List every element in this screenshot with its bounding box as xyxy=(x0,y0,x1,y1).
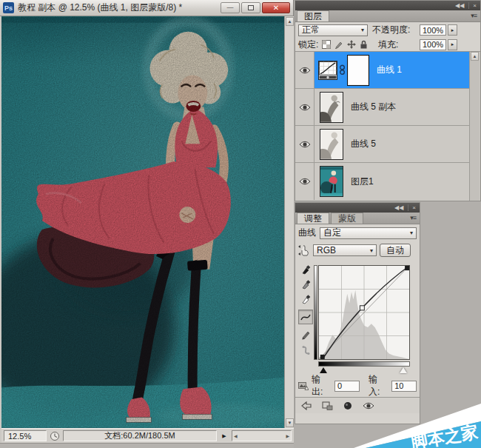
layer-thumbnail[interactable] xyxy=(320,92,343,123)
curves-grid[interactable] xyxy=(318,265,410,360)
opacity-field[interactable]: 100% xyxy=(420,24,446,36)
eye-icon xyxy=(299,178,311,185)
visibility-toggle[interactable] xyxy=(295,163,314,200)
targeted-adjustment-icon[interactable] xyxy=(297,244,310,256)
fill-field[interactable]: 100% xyxy=(420,39,446,50)
channel-row: RGB ▾ 自动 xyxy=(295,241,420,258)
expanded-view-icon[interactable] xyxy=(322,401,333,410)
layer-row-layer1[interactable]: 图层1 xyxy=(295,163,469,200)
white-point-eyedropper-icon[interactable] xyxy=(301,295,311,304)
status-options-arrow[interactable]: ▶ xyxy=(220,430,229,441)
shadow-input-slider[interactable] xyxy=(320,367,327,373)
return-to-list-icon[interactable] xyxy=(301,401,312,410)
scroll-right-icon[interactable]: ▶ xyxy=(286,433,289,438)
lock-row: 锁定: 填充: 100% ▸ xyxy=(295,38,480,52)
layer-row-curve5-copy[interactable]: 曲线 5 副本 xyxy=(295,89,469,126)
layer-name[interactable]: 图层1 xyxy=(351,175,374,188)
tab-layers[interactable]: 图层 xyxy=(297,10,329,21)
output-label: 输出: xyxy=(312,373,332,398)
layer-row-curve1[interactable]: 曲线 1 xyxy=(295,52,469,89)
horizontal-scrollbar[interactable]: ◀ ▶ xyxy=(232,430,292,441)
curve-point-highlight[interactable] xyxy=(405,266,409,270)
input-gradient-strip xyxy=(318,361,410,367)
gray-point-eyedropper-icon[interactable] xyxy=(301,280,311,290)
blend-mode-row: 正常 ▾ 不透明度: 100% ▸ xyxy=(295,22,480,38)
close-button[interactable]: ✕ xyxy=(262,2,290,13)
layer-name[interactable]: 曲线 1 xyxy=(377,64,402,76)
black-point-eyedropper-icon[interactable] xyxy=(301,265,311,275)
opacity-spin-icon[interactable]: ▸ xyxy=(448,24,457,36)
channel-select[interactable]: RGB ▾ xyxy=(313,244,377,256)
status-bar: 12.5% 文档:60.2M/180.5M ▶ ◀ ▶ xyxy=(1,428,294,443)
layers-panel-group-header: ◀◀ × xyxy=(295,1,480,10)
window-bottom-frame xyxy=(0,443,294,448)
visibility-toggle[interactable] xyxy=(295,126,314,162)
visibility-toggle[interactable] xyxy=(295,89,314,125)
panel-close-icon[interactable]: × xyxy=(408,204,416,211)
curves-adjustment-thumbnail[interactable] xyxy=(318,61,337,80)
curves-preset-select[interactable]: 自定 ▾ xyxy=(320,227,417,239)
curve-point-mid[interactable] xyxy=(360,306,364,310)
maximize-button[interactable] xyxy=(241,2,260,13)
scroll-up-icon[interactable]: ▲ xyxy=(471,52,479,61)
edit-points-tool-selected[interactable] xyxy=(298,310,313,324)
output-gradient-strip xyxy=(314,265,317,360)
eye-icon xyxy=(299,67,311,74)
pencil-tool-icon[interactable] xyxy=(300,330,311,340)
document-canvas[interactable] xyxy=(1,16,284,428)
adjustments-panel: ◀◀ × 调整 蒙版 ▾≡ 曲线 自定 ▾ RGB ▾ 自动 xyxy=(295,202,420,424)
fill-label: 填充: xyxy=(378,39,398,51)
smooth-curve-icon[interactable] xyxy=(300,345,311,355)
layers-panel: ◀◀ × 图层 ▾≡ 正常 ▾ 不透明度: 100% ▸ 锁定: 填充: xyxy=(295,0,481,201)
output-input-row: 输出: 0 输入: 10 xyxy=(295,373,420,398)
panel-menu-icon[interactable]: ▾≡ xyxy=(410,214,416,221)
chevron-down-icon: ▾ xyxy=(410,230,413,236)
panel-close-icon[interactable]: × xyxy=(468,2,477,9)
vertical-scrollbar[interactable]: ▲ ▼ xyxy=(284,16,294,428)
layer-row-curve5[interactable]: 曲线 5 xyxy=(295,126,469,163)
layer-mask-thumbnail[interactable] xyxy=(347,55,369,86)
curves-tool-column xyxy=(297,265,314,361)
document-title-bar[interactable]: Ps 教程 副本 @ 12.5% (曲线 1, 图层蒙版/8) * — ✕ xyxy=(0,0,293,16)
highlight-input-slider[interactable] xyxy=(400,367,407,373)
layer-thumbnail[interactable] xyxy=(320,129,343,160)
canvas-image xyxy=(1,16,284,428)
lock-all-icon[interactable] xyxy=(360,40,368,49)
eye-icon xyxy=(299,141,311,148)
layer-thumbnail[interactable] xyxy=(320,166,343,197)
zoom-level-field[interactable]: 12.5% xyxy=(4,430,47,441)
output-field[interactable]: 0 xyxy=(334,381,360,392)
scroll-down-icon[interactable]: ▼ xyxy=(286,418,294,427)
lock-position-move-icon[interactable] xyxy=(347,40,356,49)
fill-spin-icon[interactable]: ▸ xyxy=(448,39,457,50)
document-size-field: 文档:60.2M/180.5M xyxy=(63,430,217,441)
chevron-down-icon: ▾ xyxy=(370,247,373,254)
scroll-up-icon[interactable]: ▲ xyxy=(286,17,294,26)
auto-button[interactable]: 自动 xyxy=(380,244,411,257)
collapse-to-icons-icon[interactable]: ◀◀ xyxy=(394,204,403,211)
clip-to-layer-icon[interactable] xyxy=(343,401,352,410)
lock-pixels-brush-icon[interactable] xyxy=(334,40,343,49)
show-clipping-icon[interactable] xyxy=(298,381,309,390)
layer-name[interactable]: 曲线 5 xyxy=(351,138,376,150)
scroll-left-icon[interactable]: ◀ xyxy=(234,433,238,438)
tab-adjustments[interactable]: 调整 xyxy=(297,213,329,224)
layer-name[interactable]: 曲线 5 副本 xyxy=(351,101,396,113)
opacity-label: 不透明度: xyxy=(372,24,410,36)
adjustments-panel-group-header: ◀◀ × xyxy=(295,203,420,213)
blend-mode-select[interactable]: 正常 ▾ xyxy=(298,24,368,36)
layer-list-scrollbar[interactable]: ▲ xyxy=(469,52,480,201)
layers-tab-bar: 图层 ▾≡ xyxy=(295,10,480,22)
lock-transparency-icon[interactable] xyxy=(322,40,331,49)
photoshop-app-icon: Ps xyxy=(3,2,14,13)
mask-link-icon[interactable] xyxy=(339,64,346,76)
tab-masks[interactable]: 蒙版 xyxy=(331,213,363,224)
panel-menu-icon[interactable]: ▾≡ xyxy=(471,12,477,19)
minimize-button[interactable]: — xyxy=(221,2,240,13)
curves-preset-row: 曲线 自定 ▾ xyxy=(295,224,420,241)
input-field[interactable]: 10 xyxy=(391,381,417,392)
curve-point-selected[interactable] xyxy=(320,355,325,359)
collapse-to-icons-icon[interactable]: ◀◀ xyxy=(455,2,464,9)
curves-plot xyxy=(319,266,409,359)
visibility-toggle[interactable] xyxy=(295,52,314,88)
